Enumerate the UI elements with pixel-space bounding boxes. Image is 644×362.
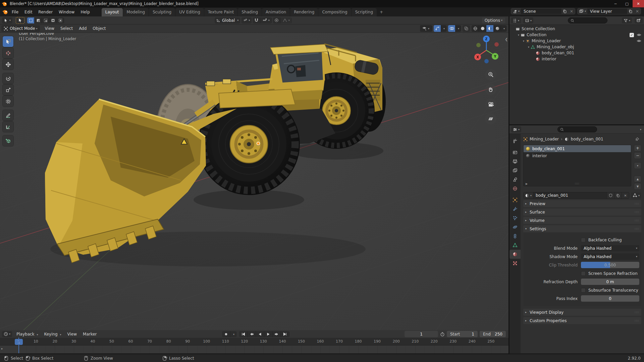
- scene-name[interactable]: Scene: [521, 8, 561, 14]
- timeline-expand-icon[interactable]: ▸: [1, 347, 3, 350]
- shading-wireframe-button[interactable]: [472, 25, 479, 32]
- blend-mode-dropdown[interactable]: Alpha Hashed▾: [581, 245, 639, 251]
- menu-render[interactable]: Render: [35, 8, 56, 16]
- orientation-label[interactable]: Global: [222, 18, 235, 23]
- overlays-toggle[interactable]: [448, 25, 455, 32]
- outliner-display-mode-dropdown[interactable]: ▾: [511, 17, 521, 23]
- options-button[interactable]: Options▾: [482, 17, 505, 23]
- proportional-edit-toggle[interactable]: [273, 17, 280, 23]
- timeline-ruler[interactable]: 1020304050607080901001101201301401501601…: [0, 338, 508, 346]
- show-gizmo-dropdown[interactable]: ▾: [420, 25, 432, 32]
- section-preview[interactable]: ▸Preview∷∷: [523, 200, 641, 207]
- properties-tab-modifiers[interactable]: [509, 204, 521, 214]
- playhead-line[interactable]: [18, 338, 19, 353]
- overlays-dropdown[interactable]: ▾: [455, 25, 461, 32]
- select-intersect-icon[interactable]: [57, 17, 64, 23]
- backface-culling-checkbox[interactable]: [581, 238, 586, 242]
- jump-end-button[interactable]: [281, 331, 289, 337]
- outliner-row-collection[interactable]: ▾Collection✓: [509, 32, 644, 38]
- pass-index-field[interactable]: 0: [581, 295, 639, 302]
- timeline-menu-view[interactable]: View: [64, 330, 80, 338]
- slot-move-down-button[interactable]: ▼: [634, 183, 641, 190]
- gizmos-toggle[interactable]: [434, 25, 441, 32]
- new-collection-button[interactable]: [635, 17, 643, 23]
- properties-tab-output[interactable]: [509, 157, 521, 166]
- menu-help[interactable]: Help: [77, 8, 93, 16]
- active-tool-button[interactable]: [16, 17, 24, 24]
- select-extend-icon[interactable]: [35, 17, 42, 23]
- add-workspace-tab[interactable]: +: [377, 8, 386, 16]
- collection-checkbox[interactable]: ✓: [630, 33, 634, 37]
- scene-unlink-icon[interactable]: ✕: [568, 8, 575, 14]
- menu-window[interactable]: Window: [56, 8, 77, 16]
- start-frame-field[interactable]: Start1: [447, 331, 478, 337]
- zoom-button[interactable]: [485, 69, 496, 80]
- shading-material-button[interactable]: [486, 25, 494, 32]
- navigation-gizmo[interactable]: Z X Y: [472, 36, 500, 64]
- play-button[interactable]: [264, 331, 273, 337]
- shading-solid-button[interactable]: [479, 25, 486, 32]
- clip-threshold-slider[interactable]: 0.500: [581, 262, 639, 268]
- timeline-menu-playback[interactable]: Playback ▾: [13, 330, 41, 338]
- view-layer-icon[interactable]: ▾: [578, 8, 587, 14]
- timeline-track-area[interactable]: ▸: [0, 346, 508, 353]
- properties-tab-render[interactable]: [509, 148, 521, 157]
- tab-layout[interactable]: Layout: [102, 8, 123, 16]
- properties-tab-texture[interactable]: [509, 259, 521, 268]
- gizmos-dropdown[interactable]: ▾: [441, 25, 446, 32]
- gizmo-axis-x[interactable]: X: [474, 54, 481, 60]
- tab-animation[interactable]: Animation: [262, 8, 290, 16]
- properties-tab-constraints[interactable]: [509, 232, 521, 241]
- eye-icon[interactable]: [637, 33, 641, 37]
- tab-sculpting[interactable]: Sculpting: [149, 8, 175, 16]
- menu-edit[interactable]: Edit: [21, 8, 35, 16]
- screen-space-refraction-checkbox[interactable]: [581, 271, 586, 276]
- select-new-icon[interactable]: [27, 17, 35, 23]
- close-button[interactable]: ✕: [633, 0, 644, 7]
- select-subtract-icon[interactable]: [42, 17, 49, 23]
- section-volume[interactable]: ▸Volume∷∷: [523, 217, 641, 224]
- properties-tab-scene[interactable]: [509, 175, 521, 184]
- scene-icon[interactable]: ▾: [511, 8, 521, 14]
- material-browse-dropdown[interactable]: ▾: [524, 192, 533, 198]
- properties-options-dropdown[interactable]: ▾: [640, 128, 641, 131]
- toggle-ortho-button[interactable]: [485, 113, 496, 125]
- outliner-row-interior[interactable]: interior: [509, 56, 644, 62]
- slot-move-up-button[interactable]: ▲: [634, 176, 641, 182]
- properties-tab-physics[interactable]: [509, 223, 521, 232]
- subsurface-translucency-checkbox[interactable]: [581, 288, 586, 293]
- tool-add-cube[interactable]: [3, 135, 13, 146]
- xray-toggle[interactable]: [463, 25, 470, 32]
- outliner-filter-image-dropdown[interactable]: ▾: [523, 17, 533, 23]
- gizmo-axis-y[interactable]: Y: [492, 53, 498, 60]
- tab-modeling[interactable]: Modeling: [123, 8, 149, 16]
- snap-toggle[interactable]: [253, 17, 260, 23]
- stopwatch-icon[interactable]: [440, 332, 445, 337]
- select-invert-icon[interactable]: [49, 17, 57, 23]
- scene-copy-icon[interactable]: [561, 8, 568, 14]
- properties-tab-view-layer[interactable]: [509, 166, 521, 175]
- shading-rendered-button[interactable]: [494, 25, 501, 32]
- outliner-filter-dropdown[interactable]: ▾: [622, 17, 632, 23]
- properties-tab-world[interactable]: [509, 184, 521, 193]
- play-back-button[interactable]: [256, 331, 264, 337]
- transform-orientation-dropdown[interactable]: Global▾: [215, 17, 240, 23]
- tool-move[interactable]: [3, 59, 13, 70]
- section-settings[interactable]: ▾Settings∷∷: [523, 225, 641, 232]
- section-custom-properties[interactable]: ▸Custom Properties∷∷: [523, 317, 641, 324]
- material-slots-list[interactable]: body_clean_001interior ▶ ∷∷: [523, 145, 631, 186]
- snap-with-dropdown[interactable]: ▾: [260, 17, 272, 23]
- outliner-row-mining-loader[interactable]: ▾Mining_Loader: [509, 38, 644, 44]
- maximize-button[interactable]: ▢: [621, 0, 633, 7]
- tool-scale[interactable]: [3, 84, 13, 95]
- viewport-menu-view[interactable]: View: [42, 25, 57, 32]
- auto-keying-record-button[interactable]: [222, 331, 230, 337]
- gizmo-axis-z[interactable]: Z: [483, 36, 490, 42]
- section-viewport-display[interactable]: ▸Viewport Display∷∷: [523, 309, 641, 316]
- menu-file[interactable]: File: [9, 8, 21, 16]
- remove-slot-button[interactable]: −: [634, 152, 641, 159]
- fake-user-shield-icon[interactable]: [607, 192, 614, 198]
- timeline-menu-keying[interactable]: Keying ▾: [41, 330, 64, 338]
- new-material-copy-icon[interactable]: [614, 192, 622, 198]
- next-key-button[interactable]: [273, 331, 281, 337]
